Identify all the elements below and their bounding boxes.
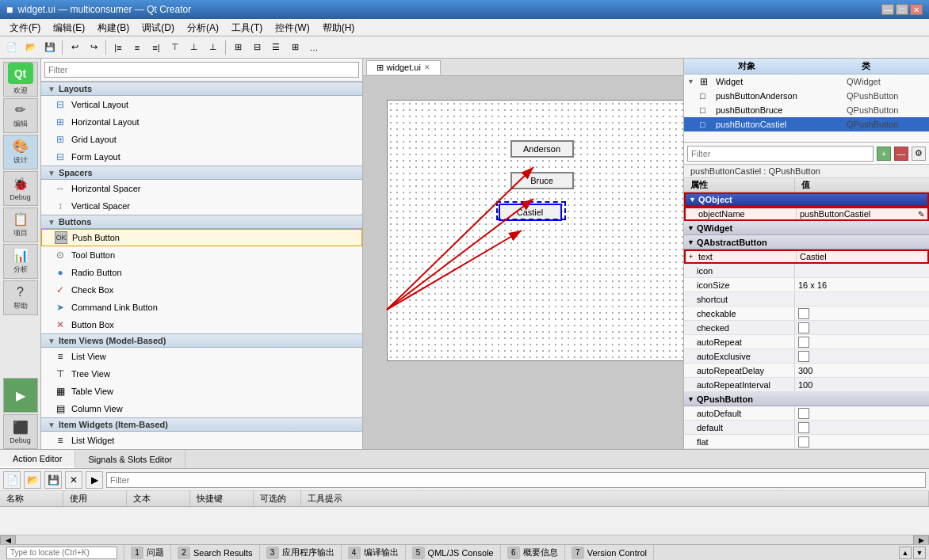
widget-table-view[interactable]: ▦ Table View (41, 383, 362, 400)
tb-align-bottom[interactable]: ⊥ (205, 39, 222, 56)
tb-redo[interactable]: ↪ (85, 39, 102, 56)
menu-analyze[interactable]: 分析(A) (181, 21, 225, 34)
tab-close-icon[interactable]: ✕ (424, 63, 430, 71)
checked-checkbox[interactable] (798, 322, 809, 333)
menu-edit[interactable]: 编辑(E) (47, 21, 91, 34)
widget-command-link[interactable]: ➤ Command Link Button (41, 299, 362, 316)
prop-row-icon[interactable]: icon (684, 264, 929, 278)
category-item-views[interactable]: ▼ Item Views (Model-Based) (41, 333, 362, 348)
category-layouts[interactable]: ▼ Layouts (41, 82, 362, 96)
tb-align-left[interactable]: |≡ (109, 39, 127, 56)
prop-minus-button[interactable]: — (894, 147, 908, 161)
tb-size[interactable]: ⊞ (286, 39, 304, 56)
button-bruce[interactable]: Bruce (510, 172, 574, 189)
obj-row-anderson[interactable]: □ pushButtonAnderson QPushButton (684, 89, 929, 103)
status-arrow-up[interactable]: ▲ (899, 547, 912, 559)
tb-more[interactable]: … (305, 39, 323, 56)
autorepeat-checkbox[interactable] (798, 337, 809, 348)
tb-save[interactable]: 💾 (41, 39, 59, 56)
widget-radio-button[interactable]: ● Radio Button (41, 264, 362, 281)
widget-horizontal-spacer[interactable]: ↔ Horizontal Spacer (41, 180, 362, 197)
action-open-btn[interactable]: 📂 (24, 471, 41, 489)
action-delete-btn[interactable]: ✕ (65, 471, 82, 489)
status-qml-console[interactable]: 5 QML/JS Console (406, 545, 501, 560)
tb-grid[interactable]: ⊞ (229, 39, 247, 56)
prop-add-button[interactable]: + (877, 147, 891, 161)
qpushbutton-group-header[interactable]: ▼ QPushButton (684, 392, 929, 406)
sidebar-debug2[interactable]: ⬛ Debug (3, 414, 38, 449)
status-compile-output[interactable]: 4 编译输出 (342, 545, 406, 560)
prop-gear-button[interactable]: ⚙ (912, 147, 926, 161)
action-filter-input[interactable] (106, 472, 926, 488)
objectname-edit-icon[interactable]: ✎ (918, 210, 924, 219)
status-version-control[interactable]: 7 Version Control (565, 545, 654, 560)
tb-undo[interactable]: ↩ (66, 39, 83, 56)
widget-vertical-spacer[interactable]: ↕ Vertical Spacer (41, 197, 362, 215)
tab-action-editor[interactable]: Action Editor (0, 450, 75, 468)
prop-row-text[interactable]: + text Castiel (684, 250, 929, 264)
widget-list-view[interactable]: ≡ List View (41, 348, 362, 365)
maximize-button[interactable]: □ (896, 4, 908, 15)
widget-check-box[interactable]: ✓ Check Box (41, 281, 362, 299)
menu-tools[interactable]: 工具(T) (225, 21, 269, 34)
menu-file[interactable]: 文件(F) (3, 21, 47, 34)
prop-row-autoexclusive[interactable]: autoExclusive (684, 349, 929, 364)
scroll-left-btn[interactable]: ◀ (0, 535, 16, 545)
widget-filter-input[interactable] (44, 62, 359, 78)
prop-row-default[interactable]: default (684, 421, 929, 435)
tb-hgrid[interactable]: ⊟ (248, 39, 266, 56)
sidebar-project[interactable]: 📋 项目 (3, 208, 38, 242)
widget-column-view[interactable]: ▤ Column View (41, 400, 362, 417)
status-search-results[interactable]: 2 Search Results (171, 545, 260, 560)
button-anderson[interactable]: Anderson (510, 140, 574, 158)
prop-row-checked[interactable]: checked (684, 321, 929, 335)
designer-tab-widget[interactable]: ⊞ widget.ui ✕ (366, 60, 441, 74)
prop-row-flat[interactable]: flat (684, 435, 929, 449)
status-general-info[interactable]: 6 概要信息 (501, 545, 565, 560)
sidebar-welcome[interactable]: Qt 欢迎 (3, 62, 38, 97)
prop-row-iconsize[interactable]: iconSize 16 x 16 (684, 278, 929, 292)
category-spacers[interactable]: ▼ Spacers (41, 166, 362, 180)
tb-break[interactable]: ☰ (267, 39, 285, 56)
obj-row-castiel[interactable]: □ pushButtonCastiel QPushButton (684, 117, 929, 131)
status-arrow-down[interactable]: ▼ (913, 547, 926, 559)
obj-row-widget[interactable]: ▼ ⊞ Widget QWidget (684, 74, 929, 89)
prop-row-autorepeatinterval[interactable]: autoRepeatInterval 100 (684, 378, 929, 392)
widget-push-button[interactable]: OK Push Button (41, 229, 362, 246)
menu-build[interactable]: 构建(B) (91, 21, 136, 34)
prop-row-autodefault[interactable]: autoDefault (684, 406, 929, 421)
sidebar-run[interactable]: ▶ (3, 378, 38, 413)
prop-row-objectname[interactable]: objectName pushButtonCastiel ✎ (684, 207, 929, 221)
status-app-output[interactable]: 3 应用程序输出 (260, 545, 342, 560)
checkable-checkbox[interactable] (798, 308, 809, 319)
widget-tree-view[interactable]: ⊤ Tree View (41, 365, 362, 383)
autoexclusive-checkbox[interactable] (798, 351, 809, 362)
status-problems[interactable]: 1 问题 (124, 545, 171, 560)
widget-tool-button[interactable]: ⊙ Tool Button (41, 246, 362, 264)
menu-help[interactable]: 帮助(H) (316, 21, 361, 34)
tb-new[interactable]: 📄 (3, 39, 21, 56)
widget-list-widget[interactable]: ≡ List Widget (41, 432, 362, 449)
sidebar-analyze[interactable]: 📊 分析 (3, 244, 38, 279)
status-locate[interactable] (0, 545, 124, 560)
qobject-group-header[interactable]: ▼ QObject (684, 192, 929, 207)
widget-horizontal-layout[interactable]: ⊞ Horizontal Layout (41, 113, 362, 131)
scroll-right-btn[interactable]: ▶ (913, 535, 929, 545)
qwidget-group-header[interactable]: ▼ QWidget (684, 221, 929, 235)
tb-align-right[interactable]: ≡| (147, 39, 165, 56)
obj-row-bruce[interactable]: □ pushButtonBruce QPushButton (684, 103, 929, 117)
locate-input[interactable] (6, 547, 117, 559)
action-scrollbar[interactable]: ◀ ▶ (0, 535, 929, 544)
sidebar-debug[interactable]: 🐞 Debug (3, 171, 38, 206)
minimize-button[interactable]: — (881, 4, 894, 15)
prop-filter-input[interactable] (687, 146, 874, 162)
prop-row-autorepeatdelay[interactable]: autoRepeatDelay 300 (684, 364, 929, 378)
button-castiel[interactable]: Castiel (499, 204, 562, 221)
close-button[interactable]: ✕ (910, 4, 923, 15)
flat-checkbox[interactable] (798, 436, 809, 448)
menu-widgets[interactable]: 控件(W) (269, 21, 315, 34)
autodefault-checkbox[interactable] (798, 408, 809, 419)
tb-align-top[interactable]: ⊤ (166, 39, 184, 56)
widget-grid-layout[interactable]: ⊞ Grid Layout (41, 131, 362, 148)
category-buttons[interactable]: ▼ Buttons (41, 215, 362, 229)
